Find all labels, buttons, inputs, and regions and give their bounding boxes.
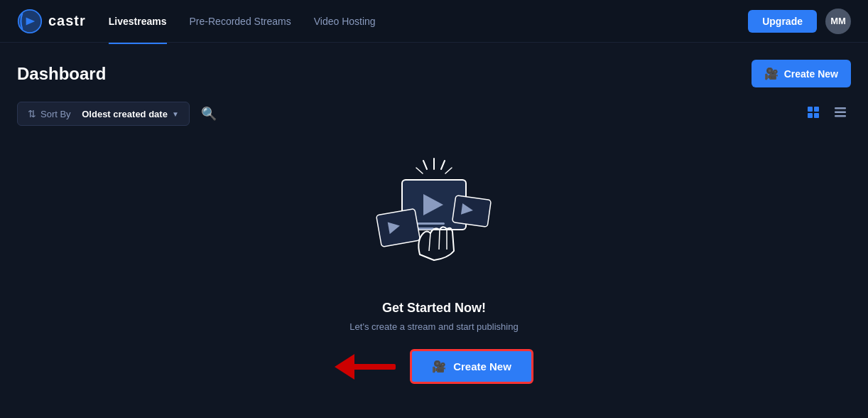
grid-view-icon — [807, 106, 820, 119]
logo[interactable]: castr — [17, 9, 86, 34]
nav-link-prerecorded[interactable]: Pre-Recorded Streams — [190, 13, 291, 30]
nav-link-videohosting[interactable]: Video Hosting — [314, 13, 376, 30]
create-new-center-wrapper: 🎥 Create New — [335, 349, 533, 384]
svg-line-17 — [439, 230, 440, 250]
logo-text: castr — [48, 13, 86, 29]
svg-line-22 — [445, 168, 452, 173]
sort-value-label: Oldest created date — [82, 109, 168, 119]
svg-rect-1 — [808, 107, 813, 112]
list-view-icon — [834, 106, 847, 119]
search-button[interactable]: 🔍 — [198, 103, 219, 124]
page-title: Dashboard — [17, 64, 106, 84]
nav-links: Livestreams Pre-Recorded Streams Video H… — [109, 13, 748, 30]
grid-view-button[interactable] — [803, 103, 824, 125]
navbar: castr Livestreams Pre-Recorded Streams V… — [0, 0, 868, 43]
dashboard-header: Dashboard 🎥 Create New — [17, 60, 851, 87]
arrow-shaft — [353, 364, 396, 370]
svg-rect-6 — [835, 111, 846, 113]
nav-link-livestreams[interactable]: Livestreams — [109, 13, 167, 30]
create-new-top-label: Create New — [784, 68, 838, 80]
empty-state-subtitle: Let's create a stream and start publishi… — [349, 321, 518, 332]
svg-rect-5 — [835, 107, 846, 109]
nav-right: Upgrade MM — [748, 9, 851, 34]
toolbar: ⇅ Sort By Oldest created date ▼ 🔍 — [17, 102, 851, 126]
camera-icon-top: 🎥 — [764, 67, 779, 80]
list-view-button[interactable] — [830, 103, 851, 125]
avatar[interactable]: MM — [825, 9, 851, 34]
camera-icon-center: 🎥 — [432, 360, 446, 373]
toolbar-right — [803, 103, 851, 125]
svg-rect-7 — [835, 115, 846, 117]
search-icon: 🔍 — [201, 107, 217, 121]
main-content: Dashboard 🎥 Create New ⇅ Sort By Oldest … — [0, 43, 868, 395]
sort-prefix-label: Sort By — [40, 109, 71, 119]
svg-line-16 — [429, 233, 430, 251]
empty-state: Get Started Now! Let's create a stream a… — [17, 137, 851, 384]
create-new-center-label: Create New — [453, 360, 511, 373]
toolbar-left: ⇅ Sort By Oldest created date ▼ 🔍 — [17, 102, 219, 126]
arrow-head — [335, 354, 354, 380]
castr-logo-icon — [17, 9, 43, 34]
svg-rect-14 — [452, 195, 492, 227]
sort-arrows-icon: ⇅ — [28, 108, 36, 119]
empty-state-illustration — [363, 144, 505, 286]
create-new-top-button[interactable]: 🎥 Create New — [752, 60, 851, 87]
sort-button[interactable]: ⇅ Sort By Oldest created date ▼ — [17, 102, 190, 126]
svg-rect-4 — [814, 113, 819, 118]
upgrade-button[interactable]: Upgrade — [748, 10, 817, 33]
red-arrow — [335, 354, 396, 380]
svg-line-23 — [416, 168, 423, 173]
create-new-center-button[interactable]: 🎥 Create New — [410, 349, 533, 384]
svg-rect-2 — [814, 107, 819, 112]
chevron-down-icon: ▼ — [172, 110, 179, 118]
svg-rect-12 — [376, 208, 421, 247]
empty-state-title: Get Started Now! — [382, 301, 486, 316]
svg-rect-3 — [808, 113, 813, 118]
svg-line-21 — [423, 161, 427, 169]
svg-line-20 — [441, 161, 445, 169]
